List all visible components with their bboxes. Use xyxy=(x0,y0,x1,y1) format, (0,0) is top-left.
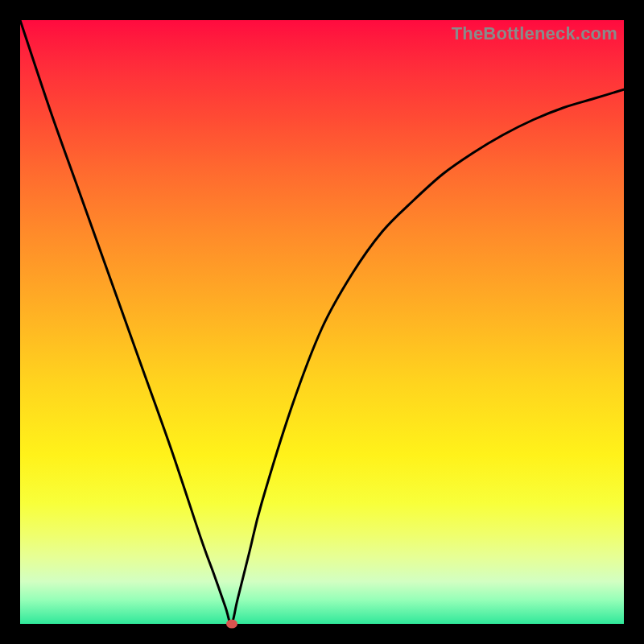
minimum-marker xyxy=(226,620,237,629)
chart-frame: TheBottleneck.com xyxy=(0,0,644,644)
bottleneck-curve-path xyxy=(20,20,624,624)
curve-svg xyxy=(20,20,624,624)
plot-area: TheBottleneck.com xyxy=(20,20,624,624)
